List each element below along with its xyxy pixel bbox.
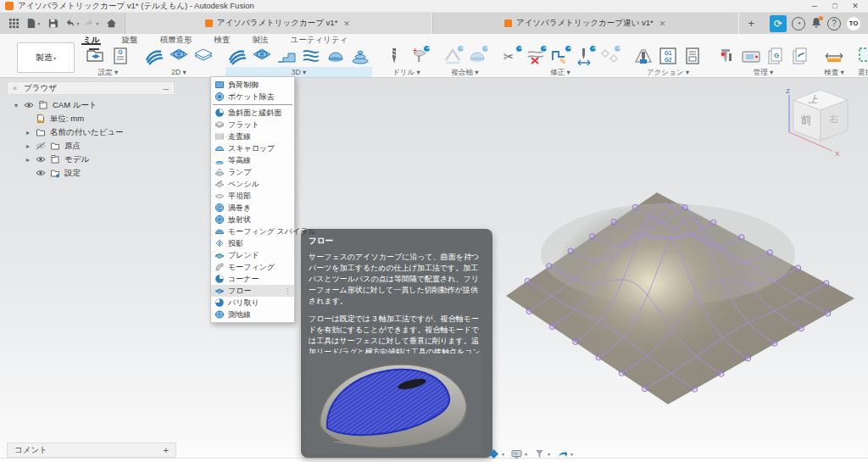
- menu-item-渦巻き[interactable]: 渦巻き: [211, 202, 294, 214]
- comments-bar[interactable]: コメント +: [7, 443, 176, 458]
- template-library-icon[interactable]: [788, 45, 812, 67]
- menu-item-測地線[interactable]: 測地線: [211, 309, 294, 320]
- expand-chevron-icon[interactable]: ▾: [12, 102, 20, 109]
- pattern-icon[interactable]: [598, 45, 621, 67]
- extensions-icon[interactable]: ◔: [792, 17, 805, 31]
- menu-item-フロー[interactable]: フロー⋮: [211, 285, 294, 297]
- menu-item-ペンシル[interactable]: ペンシル: [211, 178, 294, 190]
- job-status-icon[interactable]: ⟳: [770, 15, 787, 32]
- group-label[interactable]: ドリル ▾: [382, 67, 431, 77]
- ribbon-tab-製法[interactable]: 製法: [250, 34, 270, 45]
- menu-item-スキャロップ[interactable]: スキャロップ: [211, 142, 294, 154]
- window-selection-icon[interactable]: [856, 45, 868, 67]
- measure-icon[interactable]: [822, 45, 846, 67]
- menu-item-投影[interactable]: 投影: [211, 237, 294, 249]
- browser-header[interactable]: « ブラウザ ─: [7, 81, 175, 95]
- new-setup-icon[interactable]: [84, 45, 108, 67]
- workspace-selector[interactable]: 製造▾: [17, 42, 75, 73]
- drill-icon[interactable]: [382, 45, 406, 67]
- 2d-adaptive-icon[interactable]: [142, 45, 166, 67]
- document-tab-2[interactable]: アイソパラメトリックカーブ違い v1* ✕: [432, 13, 740, 34]
- group-label[interactable]: 修正 ▾: [499, 67, 621, 77]
- pocket-clearing-icon[interactable]: [250, 45, 274, 67]
- delete-passes-icon[interactable]: [524, 45, 548, 67]
- browser-item-設定[interactable]: 設定: [8, 166, 175, 180]
- steep-shallow-icon[interactable]: [275, 45, 298, 67]
- user-avatar[interactable]: TO: [846, 16, 861, 31]
- edit-toolpath-icon[interactable]: ✎: [548, 45, 572, 67]
- menu-item-コーナー[interactable]: コーナー: [211, 273, 294, 285]
- menu-item-ポケット除去[interactable]: ポケット除去: [211, 91, 294, 103]
- menu-item-放射状[interactable]: 放射状: [211, 214, 294, 225]
- move-toolpath-icon[interactable]: [573, 45, 597, 67]
- menu-item-走査線[interactable]: 走査線: [211, 131, 294, 142]
- maximize-button[interactable]: □: [826, 2, 844, 10]
- simulate-icon[interactable]: G1G2: [656, 45, 680, 67]
- expand-chevron-icon[interactable]: ▸: [24, 142, 32, 150]
- spiral-icon[interactable]: [348, 45, 372, 67]
- visibility-eye-icon[interactable]: [24, 100, 35, 110]
- menu-item-フラット[interactable]: フラット: [211, 119, 294, 131]
- add-comment-button[interactable]: +: [164, 445, 169, 455]
- ribbon-tab-検査[interactable]: 検査: [212, 34, 231, 45]
- ribbon-tab-ユーティリティ[interactable]: ユーティリティ: [288, 34, 349, 45]
- visibility-eye-off-icon[interactable]: [36, 141, 47, 151]
- menu-item-負荷制御[interactable]: 負荷制御: [211, 79, 294, 91]
- visibility-eye-icon[interactable]: [36, 154, 47, 164]
- ribbon-tab-旋盤[interactable]: 旋盤: [120, 34, 139, 45]
- new-tab-button[interactable]: +: [739, 13, 763, 34]
- adaptive-clearing-icon[interactable]: [225, 45, 249, 67]
- browser-item-CAM ルート[interactable]: ▾CAM ルート: [8, 98, 175, 112]
- grid-settings-icon[interactable]: ▾: [511, 448, 527, 459]
- help-icon[interactable]: ?: [827, 17, 841, 31]
- menu-item-急斜面と緩斜面[interactable]: 急斜面と緩斜面: [211, 107, 294, 119]
- trim-toolpath-icon[interactable]: ✂: [499, 45, 523, 67]
- menu-item-バリ取り[interactable]: バリ取り: [211, 297, 294, 309]
- menu-item-モーフィング スパイラル[interactable]: モーフィング スパイラル: [211, 225, 294, 237]
- file-menu-icon[interactable]: ▾: [25, 16, 42, 31]
- redo-icon[interactable]: ▾: [83, 16, 100, 31]
- flow-icon[interactable]: [299, 45, 323, 67]
- viewport-filter-icon[interactable]: ▾: [534, 448, 550, 459]
- group-label[interactable]: アクション ▾: [632, 67, 704, 77]
- app-grid-icon[interactable]: [5, 16, 22, 31]
- nc-program-icon[interactable]: G: [108, 45, 132, 67]
- marking-menu-arrow-icon[interactable]: ▾: [557, 448, 573, 459]
- view-cube[interactable]: 上 前 右 Z X: [780, 83, 865, 161]
- collapse-panel-icon[interactable]: «: [13, 84, 17, 92]
- group-label[interactable]: 複合軸 ▾: [441, 67, 489, 77]
- hole-recognition-icon[interactable]: +: [407, 45, 431, 67]
- browser-item-単位: mm[interactable]: 単位: mm: [8, 112, 175, 125]
- close-button[interactable]: ✕: [846, 2, 865, 10]
- group-label[interactable]: 検査 ▾: [822, 67, 846, 77]
- notifications-bell-icon[interactable]: [810, 17, 822, 31]
- 2d-pocket-icon[interactable]: [167, 45, 191, 67]
- group-label[interactable]: 2D ▾: [142, 67, 215, 77]
- expand-chevron-icon[interactable]: ▸: [24, 156, 32, 164]
- undo-icon[interactable]: ▾: [64, 16, 81, 31]
- menu-item-more-icon[interactable]: ⋮: [284, 287, 291, 295]
- display-settings-icon[interactable]: ▾: [488, 448, 504, 459]
- post-library-icon[interactable]: G: [764, 45, 787, 67]
- post-process-icon[interactable]: [632, 45, 655, 67]
- minimize-panel-icon[interactable]: ─: [163, 84, 169, 93]
- minimize-button[interactable]: ─: [805, 2, 824, 10]
- ribbon-tab-積層造形[interactable]: 積層造形: [158, 34, 193, 45]
- save-icon[interactable]: [44, 16, 61, 31]
- setup-sheet-icon[interactable]: [681, 45, 704, 67]
- tool-library-icon[interactable]: [715, 45, 738, 67]
- ribbon-tab-ミル[interactable]: ミル: [81, 34, 101, 45]
- multiaxis-contour-icon[interactable]: [465, 45, 489, 67]
- menu-item-モーフィング[interactable]: モーフィング: [211, 261, 294, 273]
- swarf-icon[interactable]: [441, 45, 465, 67]
- menu-item-ブレンド[interactable]: ブレンド: [211, 249, 294, 261]
- document-tab-1[interactable]: アイソパラメトリックカーブ v1* ✕: [125, 13, 432, 34]
- browser-item-名前の付いたビュー[interactable]: ▸名前の付いたビュー: [8, 125, 175, 139]
- group-label[interactable]: 選択 ▾: [856, 67, 868, 77]
- tab-close-icon[interactable]: ✕: [658, 19, 668, 28]
- home-icon[interactable]: [103, 16, 120, 31]
- group-label[interactable]: 管理 ▾: [715, 67, 812, 77]
- visibility-eye-icon[interactable]: [36, 168, 47, 178]
- browser-item-原点[interactable]: ▸原点: [8, 139, 175, 153]
- group-label[interactable]: 設定 ▾: [84, 67, 132, 77]
